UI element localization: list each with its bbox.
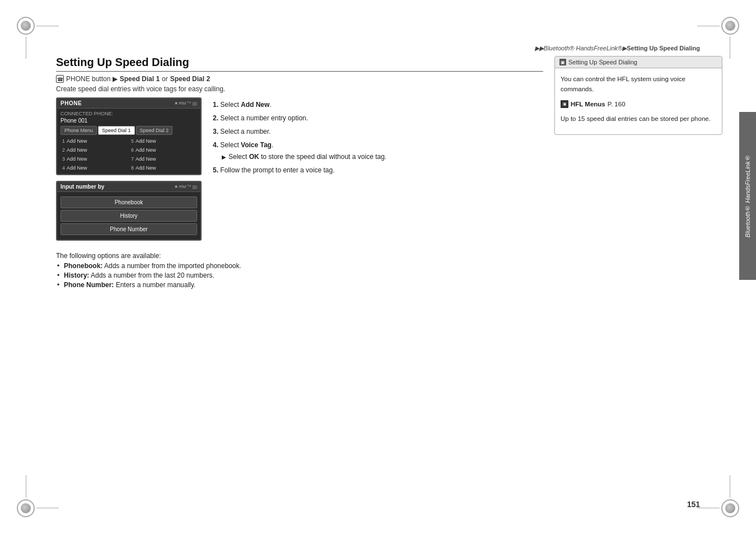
option-history: History [60, 210, 197, 222]
speed-item-7: 7 Add New [129, 155, 197, 163]
step-1: 1. Select Add New. [213, 100, 543, 110]
screen1-body: CONNECTED PHONE: Phone 001 Phone Menu Sp… [57, 109, 200, 174]
speed-item-2: 2 Add New [60, 146, 128, 154]
step-3: 3. Select a number. [213, 127, 543, 137]
sidebar-para2: Up to 15 speed dial entries can be store… [561, 114, 716, 124]
screen1-status: ★ RM ᵀᵃˡ |||| [174, 101, 197, 106]
phone-icon: ☎ [56, 75, 64, 83]
steps-column: 1. Select Add New. 2. Select a number en… [213, 97, 543, 179]
hfl-page: P. 160 [608, 99, 626, 109]
corner-decoration-bl [17, 484, 50, 517]
speed-item-3: 3 Add New [60, 155, 128, 163]
options-section: The following options are available: Pho… [56, 252, 543, 289]
sub-step-4: ▶ Select OK to store the speed dial with… [222, 152, 543, 162]
intro-or: or [162, 75, 168, 83]
hfl-link: ▣ HFL Menus P. 160 [561, 99, 716, 109]
options-list: Phonebook: Adds a number from the import… [56, 262, 543, 289]
tab-row: Phone Menu Speed Dial 1 Speed Dial 2 [60, 126, 197, 135]
sidebar-para1: You can control the HFL system using voi… [561, 74, 716, 95]
sidebar: ▣ Setting Up Speed Dialing You can contr… [554, 56, 722, 489]
connected-name: Phone 001 [60, 118, 197, 124]
sidebar-icon: ▣ [559, 59, 566, 65]
option-history-desc: History: Adds a number from the last 20 … [56, 271, 543, 279]
two-column-layout: PHONE ★ RM ᵀᵃˡ |||| CONNECTED PHONE: Pho… [56, 97, 543, 246]
sidebar-box: ▣ Setting Up Speed Dialing You can contr… [554, 56, 722, 135]
page-title: Setting Up Speed Dialing [56, 56, 543, 72]
screen2-status: ★ RM ᵀᵃˡ |||| [174, 184, 197, 189]
screen2-header: Input number by ★ RM ᵀᵃˡ |||| [57, 182, 200, 192]
options-title: The following options are available: [56, 252, 543, 260]
speed-item-8: 8 Add New [129, 164, 197, 172]
phone-screen-1: PHONE ★ RM ᵀᵃˡ |||| CONNECTED PHONE: Pho… [56, 97, 202, 175]
arrow-icon: ▶ [222, 153, 226, 161]
screen1-header: PHONE ★ RM ᵀᵃˡ |||| [57, 99, 200, 109]
hfl-label: HFL Menus [571, 99, 605, 109]
intro-text: PHONE button ▶ [66, 75, 118, 83]
step-intro: ☎ PHONE button ▶ Speed Dial 1 or Speed D… [56, 75, 543, 83]
option-list: Phonebook History Phone Number [57, 192, 200, 240]
speed-item-1: 1 Add New [60, 137, 128, 145]
speed-grid: 1 Add New 5 Add New 2 Add New 6 [60, 137, 197, 172]
connected-label: CONNECTED PHONE: [60, 111, 197, 116]
page-number: 151 [687, 500, 700, 509]
option-phone-number: Phone Number [60, 223, 197, 235]
option-phonebook-desc: Phonebook: Adds a number from the import… [56, 262, 543, 270]
tab-speed-dial-2[interactable]: Speed Dial 2 [136, 126, 173, 135]
screen2-title: Input number by [60, 184, 104, 190]
breadcrumb: ▶▶Bluetooth® HandsFreeLink®▶Setting Up S… [535, 45, 700, 52]
screens-column: PHONE ★ RM ᵀᵃˡ |||| CONNECTED PHONE: Pho… [56, 97, 202, 246]
create-text: Create speed dial entries with voice tag… [56, 85, 543, 93]
main-content: Setting Up Speed Dialing ☎ PHONE button … [56, 56, 543, 489]
speed-item-4: 4 Add New [60, 164, 128, 172]
speed-item-6: 6 Add New [129, 146, 197, 154]
option-phonebook: Phonebook [60, 196, 197, 208]
tab-speed-dial-1[interactable]: Speed Dial 1 [98, 126, 135, 135]
speed-item-5: 5 Add New [129, 137, 197, 145]
hfl-icon: ▣ [561, 100, 568, 108]
vertical-label: Bluetooth® HandsFreeLink® [739, 112, 756, 280]
sidebar-box-header: ▣ Setting Up Speed Dialing [555, 57, 722, 68]
step-5: 5. Follow the prompt to enter a voice ta… [213, 165, 543, 175]
screen1-title: PHONE [60, 100, 82, 106]
option-phone-number-desc: Phone Number: Enters a number manually. [56, 281, 543, 289]
step-4: 4. Select Voice Tag. ▶ Select OK to stor… [213, 140, 543, 162]
corner-decoration-tl [17, 17, 50, 50]
intro-bold1: Speed Dial 1 [120, 75, 160, 83]
sidebar-box-body: You can control the HFL system using voi… [555, 68, 722, 134]
tab-phone-menu[interactable]: Phone Menu [60, 126, 97, 135]
vertical-label-text: Bluetooth® HandsFreeLink® [744, 154, 751, 237]
corner-decoration-tr [706, 17, 739, 50]
intro-bold2: Speed Dial 2 [170, 75, 210, 83]
phone-screen-2: Input number by ★ RM ᵀᵃˡ |||| Phonebook … [56, 181, 202, 241]
sidebar-title: Setting Up Speed Dialing [568, 59, 637, 65]
step-2: 2. Select a number entry option. [213, 113, 543, 123]
